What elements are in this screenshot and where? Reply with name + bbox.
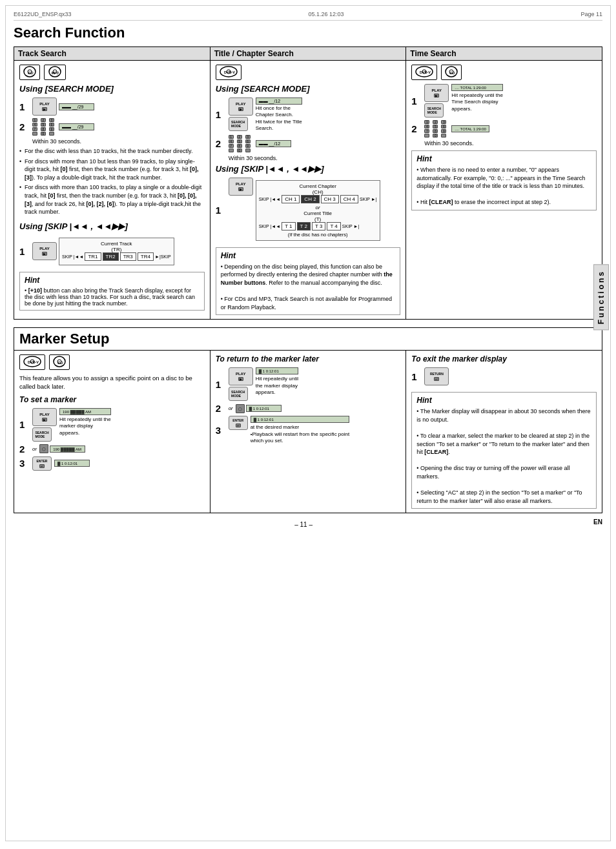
number-pad-time: 123 456 789 0	[424, 120, 449, 138]
remote-play-time: PLAY ▶	[424, 84, 449, 102]
marker-row: DVD·V CD This feature allows you to assi…	[14, 351, 602, 513]
marker-set-step3: 3 ENTER ↵ ▓ 1 0:12:01	[19, 456, 205, 471]
track-search-hint: Hint • [+10] button can also bring the T…	[19, 272, 205, 311]
title-search-step1: 1 PLAY ▶ SEARCHMODE	[216, 97, 401, 132]
marker-setup-title: Marker Setup	[14, 328, 602, 351]
skip-device: PLAY ▶ Current Track(TR) SKIP |◄◄ TR1	[32, 235, 174, 268]
within-text-title: Within 30 seconds.	[229, 155, 401, 161]
svg-text:DVD·V: DVD·V	[28, 360, 39, 364]
remote-search-marker: SEARCHMODE	[32, 427, 52, 442]
return-screen-1: ▓ 1 0:12:01	[256, 367, 298, 374]
title-search-step2: 2 123 456 789 0 ▬▬ __/12	[216, 135, 401, 152]
marker-set-inputs: ◯ 190 ▓▓▓▓▓ AM	[39, 444, 85, 453]
title-search-text: Hit once for theChapter Search.Hit twice…	[256, 105, 302, 132]
return-screen-3: ▓ 1 0:12:01	[251, 416, 350, 423]
mp3-icon: MP3	[44, 65, 66, 80]
svg-text:CD: CD	[57, 361, 63, 365]
remote-search-mode-time: SEARCHMODE	[424, 103, 444, 118]
step-num-2: 2	[19, 122, 28, 132]
time-search-icons: DVD·V CD	[411, 65, 597, 80]
track-search-step2: 2 123 456 789 0 ▬▬ __/29	[19, 118, 205, 136]
marker-exit-step1: 1 RETURN ↩	[411, 367, 597, 385]
exit-marker-hint: Hint • The Marker display will disappear…	[411, 392, 597, 509]
time-search-header: Time Search	[406, 47, 602, 61]
step1-device: PLAY ▶ ▬▬ __/29	[32, 97, 94, 116]
cd-icon-marker: CD	[49, 354, 70, 370]
time-search-step2: 2 123 456 789 0 .... TOTAL 1:29:00	[411, 120, 597, 138]
marker-screen-2: 190 ▓▓▓▓▓ AM	[50, 445, 85, 453]
title-chapter-icons: DVD·V	[216, 65, 401, 80]
functions-sidebar-tab: Functions	[593, 264, 609, 330]
return-step1-text: Hit repeatedly untilthe marker displayap…	[256, 376, 298, 396]
marker-step1-text: Hit repeatedly until themarker displayap…	[59, 416, 111, 436]
marker-set-step1: 1 PLAY ▶ SEARCHMODE	[19, 408, 205, 442]
skip-diagram-track: Current Track(TR) SKIP |◄◄ TR1 TR2 TR3 T…	[59, 235, 174, 268]
time-screen-2: .... TOTAL 1:29:00	[451, 125, 489, 132]
header-filename: E6122UD_ENSP.qx33	[14, 11, 71, 17]
return-step3-note: at the desired marker•Playback will rest…	[251, 424, 350, 444]
dvdv-icon-1: DVD·V	[216, 65, 241, 80]
track-search-header: Track Search	[14, 47, 210, 61]
marker-mode-icons: DVD·V CD	[19, 354, 205, 370]
within-text-time: Within 30 seconds.	[424, 140, 597, 147]
marker-return-step3: 3 ENTER ↵ ▓ 1 0:12:01 at the desired mar…	[216, 416, 401, 444]
screen-2: ▬▬ __/29	[59, 123, 94, 130]
bullet-1: • For the disc with less than 10 tracks,…	[19, 147, 205, 156]
header-page-ref: Page 11	[580, 11, 602, 17]
remote-enter-marker: ENTER ↵	[32, 456, 52, 471]
track-search-section: Track Search CD MP3	[14, 47, 210, 319]
number-pad-title: 123 456 789 0	[229, 135, 253, 152]
title-screen-1: ▬▬ __/12	[256, 97, 302, 105]
title-screen-2: ▬▬ __/12	[256, 140, 291, 147]
marker-intro: This feature allows you to assign a spec…	[19, 374, 205, 391]
track-search-bullets: • For the disc with less than 10 tracks,…	[19, 147, 205, 216]
dvdv-icon-marker: DVD·V	[19, 354, 45, 370]
marker-or-label: or	[32, 446, 37, 452]
screen-1: ▬▬ __/29	[59, 103, 94, 110]
time-screen-1: .... TOTAL 1:29:00	[451, 84, 503, 91]
within-text-track: Within 30 seconds.	[32, 138, 205, 145]
return-dial: ◯	[236, 404, 245, 413]
marker-screen-1: 190 ▓▓▓▓▓ AM	[59, 408, 111, 415]
track-search-icons: CD MP3	[19, 65, 205, 80]
marker-screen-3: ▓ 1 0:12:01	[54, 460, 90, 467]
return-or-label: or	[229, 405, 233, 411]
track-search-step1: 1 PLAY ▶ ▬▬ __/29	[19, 97, 205, 116]
step2-device: 123 456 789 0 ▬▬ __/29	[32, 118, 94, 136]
main-sections: Track Search CD MP3	[14, 46, 602, 320]
svg-text:CD: CD	[28, 71, 34, 75]
title-chapter-hint: Hint • Depending on the disc being playe…	[216, 247, 401, 316]
using-skip-title-chapter: Using [SKIP |◄◄ , ◄◄▶▶]	[216, 164, 401, 174]
chapter-skip-diagram: Current Chapter(CH) SKIP |◄◄ CH 1 CH 2 C…	[256, 178, 380, 243]
exit-marker-title: To exit the marker display	[411, 354, 597, 363]
title-chapter-header: Title / Chapter Search	[210, 47, 406, 61]
return-marker-col: To return to the marker later 1 PLAY ▶ S…	[210, 351, 407, 513]
remote-play-marker: PLAY ▶	[32, 408, 57, 426]
marker-return-step1: 1 PLAY ▶ SEARCHMODE	[216, 367, 401, 401]
lang-label: EN	[593, 518, 602, 526]
remote-search-mode: SEARCHMODE	[229, 117, 248, 131]
using-skip-title-track: Using [SKIP |◄◄ , ◄◄▶▶]	[19, 221, 205, 231]
remote-search-return: SEARCHMODE	[229, 387, 248, 401]
track-search-mode-title: Using [SEARCH MODE]	[19, 84, 205, 94]
svg-text:MP3: MP3	[52, 71, 59, 75]
dvdv-icon-2: DVD·V	[411, 65, 437, 80]
skip-step1-track: 1 PLAY ▶ Current Track(TR)	[19, 235, 205, 268]
bullet-2: • For discs with more than 10 but less t…	[19, 158, 205, 182]
set-marker-title: To set a marker	[19, 395, 205, 404]
time-search-step1-text: Hit repeatedly until theTime Search disp…	[451, 92, 503, 112]
cd-icon-2: CD	[441, 65, 462, 80]
time-search-section: Time Search DVD·V CD	[406, 47, 602, 319]
page-header: E6122UD_ENSP.qx33 05.1.26 12:03 Page 11	[14, 11, 602, 21]
svg-text:DVD·V: DVD·V	[224, 70, 235, 74]
set-marker-col: DVD·V CD This feature allows you to assi…	[14, 351, 210, 513]
time-search-hint: Hint • When there is no need to enter a …	[411, 150, 597, 210]
marker-return-step2: 2 or ◯ ▓ 1 0:12:01	[216, 404, 401, 413]
marker-set-step2: 2 or ◯ 190 ▓▓▓▓▓ AM	[19, 444, 205, 454]
svg-text:DVD·V: DVD·V	[420, 70, 431, 74]
no-chapters-note: (If the disc has no chapters)	[259, 232, 377, 238]
bullet-3: • For discs with more than 100 tracks, t…	[19, 183, 205, 216]
page-number: – 11 –	[294, 521, 313, 528]
remote-enter-return: ENTER ↵	[229, 416, 248, 430]
remote-play-1: PLAY ▶	[32, 97, 57, 116]
